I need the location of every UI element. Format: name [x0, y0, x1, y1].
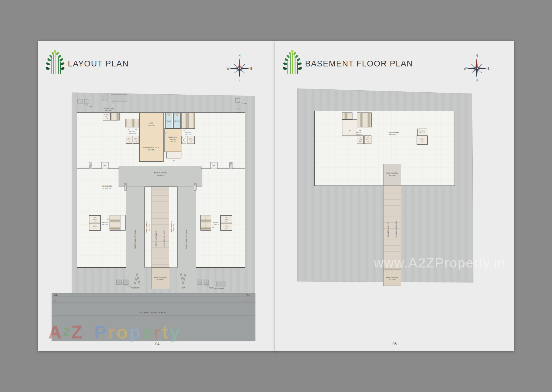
- up-label: UP: [212, 227, 214, 228]
- passage-343-left-1: PASSAGE: [129, 131, 135, 133]
- his-toi-label-2: 1.80 X 3.66: [166, 121, 171, 123]
- watermark-letter: y: [170, 322, 181, 343]
- lift-244-label: LIFT: [225, 224, 228, 226]
- swp-label: SWP: [132, 287, 136, 289]
- passage-343-left-2: 3.43 X 1.79: [129, 133, 136, 134]
- watermark-letter: o: [116, 322, 129, 343]
- parking-area-label-1: PARKING AREA: [389, 131, 400, 133]
- lift-154-label: 1.54 X: [366, 139, 369, 140]
- lift-154-label: LIFT: [135, 137, 137, 139]
- lift-154-label: 1.83: [128, 141, 130, 142]
- passage-197-label: 1.97 X 3.21: [102, 224, 108, 225]
- dl-label-right: D.L.: [247, 300, 250, 302]
- lift-244-label: 1.52: [225, 220, 228, 222]
- lift-232-label: 1.83: [421, 141, 423, 142]
- gas-label: GAS: [213, 165, 215, 166]
- passage-197-label: PASSAGE: [213, 222, 218, 223]
- her-toi-label-2: 1.80 X 3.66: [174, 121, 179, 123]
- page-basement-floor-plan: BASEMENT FLOOR PLAN N S W E UP UP PASSAG…: [275, 41, 514, 351]
- lift-244-label: 2.44 X: [225, 226, 228, 227]
- lift-154-label: 1.54 X: [359, 139, 362, 140]
- parking-area-label-2: 562.18 SQ.MT.: [102, 188, 112, 189]
- passage-150-label-3: 1.50: [106, 118, 108, 119]
- reception-label-2: WAITING: [170, 139, 176, 140]
- swp-label: SWP: [89, 106, 92, 108]
- lift-244-label: 1.52: [94, 228, 96, 229]
- multipurpose-label-1: MULTIPURPOSE ROOM: [143, 147, 159, 148]
- up-label: UP: [128, 129, 129, 130]
- watermark-letter: t: [162, 322, 170, 343]
- percolating-label-2: WELL & PIT: [105, 110, 112, 111]
- ramp-bottom-label-2: 4.23 X 4.50: [157, 279, 164, 280]
- driveway-label-right: 4.27 MT. WIDE DRIVE WAY: [185, 229, 187, 249]
- lift-244-label: LIFT: [94, 224, 96, 226]
- parking-pt-right-1: PARKING AREA (PT): [170, 221, 172, 233]
- lift-232-label: LIFT: [190, 137, 192, 139]
- road-label: 12.00 MT. WIDE TP ROAD: [140, 311, 167, 314]
- dn-label: DN: [135, 129, 137, 130]
- reception-label-1: RECEPTION &: [168, 137, 177, 138]
- swp-label: SWP: [244, 102, 247, 104]
- down-to-basement-label: DOWN TO BASEMENT: [155, 231, 157, 246]
- passage-255-label-1: PASSAGE: [419, 130, 425, 132]
- ramp-bottom-label-2: 4.23 X 4.50: [389, 279, 396, 280]
- ramp-top-label-1: RAMP PLATFORM: [386, 172, 398, 174]
- up-label: UP: [183, 130, 185, 131]
- gym-label-1: GYM: [150, 122, 153, 124]
- lift-232-label: 2.32 X: [420, 139, 424, 141]
- watermark-letter: P: [94, 322, 108, 343]
- brochure-spread: { "left": { "title": "LAYOUT PLAN", "pag…: [0, 0, 552, 392]
- parking-area-label-1: PARKING AREA: [102, 185, 113, 187]
- lift-154-label: LIFT: [128, 137, 130, 139]
- watermark-letter: r: [154, 322, 162, 343]
- ramp-bottom-label-1: RAMP PLATFORM: [154, 276, 167, 278]
- passage-343-right-2: 3.43 X 1.79: [185, 134, 191, 135]
- lift-244-label: LIFT: [225, 217, 228, 218]
- url-watermark: www.A2ZProperty.in: [374, 255, 505, 271]
- multipurpose-label-2: 5.05 X 5.81: [148, 149, 155, 151]
- passage-197-label: PASSAGE: [102, 222, 108, 223]
- lift-154-label: 1.54 X: [127, 139, 131, 141]
- lift-244-label: LIFT: [94, 217, 96, 218]
- swp-label: SWP: [210, 287, 214, 289]
- lift-244-label: 1.52: [94, 220, 96, 222]
- passage-504-label-2: 5.04 X 1.79: [355, 134, 362, 135]
- lift-244-label: 2.44 X: [93, 226, 97, 227]
- parking-pt-right-2: 38.50 SQ.MT.: [173, 223, 174, 231]
- ramp-top-label-2: 4.88 X 4.50: [389, 175, 396, 176]
- watermark-letter: Z: [71, 322, 84, 343]
- a2z-property-watermark: A2ZProperty: [48, 322, 181, 343]
- up-to-ground-label: UP TO GROUND FLOOR: [395, 221, 397, 238]
- up-label: UP: [107, 219, 109, 220]
- watermark-letter: A: [48, 322, 63, 343]
- lift-154-label: LIFT: [359, 137, 362, 139]
- page-layout-plan: LAYOUT PLAN N S W E: [38, 41, 277, 351]
- lift-154-label: 1.83: [367, 141, 369, 142]
- reception-label-3: 3.72 X 4.81: [169, 141, 176, 142]
- lift-244-label: 1.52: [225, 228, 228, 229]
- up-label: UP: [359, 130, 361, 131]
- lift-244-label: 2.44 X: [225, 219, 228, 220]
- passage-255-label-2: 2.55 X 1.50: [419, 132, 425, 133]
- lift-154-label: 1.83: [135, 141, 137, 142]
- parking-pt-left-2: 38.50 SQ.MT.: [148, 223, 150, 231]
- up-to-ground-label: UP TO GROUND FLOOR: [163, 230, 165, 247]
- basement-plan-drawing: UP UP PASSAGE 5.04 X 1.79 LIFT 1.54 X 1.…: [275, 41, 514, 351]
- dl-label-left: D.L.: [54, 300, 57, 302]
- passage-343-right-1: PASSAGE: [185, 132, 191, 133]
- lift-244-label: 2.44 X: [93, 219, 97, 220]
- passage-150-label-1: PASSAGE: [104, 114, 110, 116]
- lift-232-label: 2.32 X: [189, 139, 193, 141]
- page-number: 05: [275, 342, 514, 346]
- passage-504-label-1: PASSAGE: [356, 132, 361, 133]
- down-to-basement-label: DOWN TO BASEMENT: [387, 222, 389, 237]
- lift-154-label: 1.54 X: [134, 139, 137, 141]
- gas-label: GAS: [104, 165, 106, 166]
- watermark-letter: e: [142, 322, 154, 343]
- her-toi-label-1: HER TOI.: [175, 120, 179, 121]
- bottom-ramp-platform: [151, 267, 170, 289]
- lift-154-label: 1.83: [359, 141, 362, 142]
- watermark-letter: 2: [63, 325, 71, 339]
- parking-area-label-2: 580.18 SQ.FT.: [389, 134, 398, 135]
- wl-label-left: W.L.: [54, 294, 58, 296]
